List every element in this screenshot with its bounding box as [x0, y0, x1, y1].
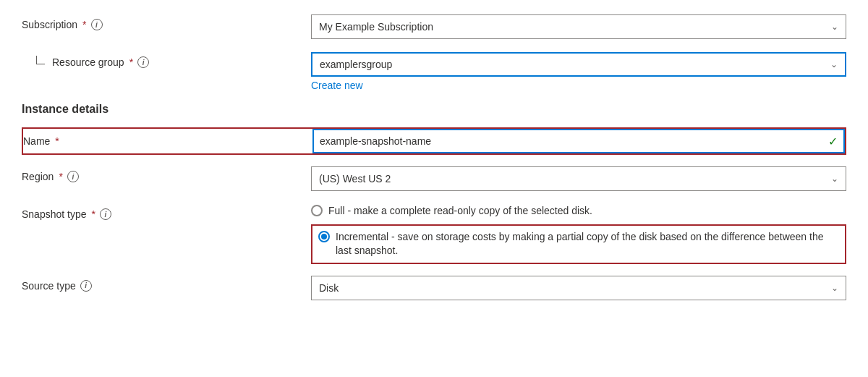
resource-group-row: Resource group * i examplersgroup ⌄ Crea… — [22, 52, 846, 91]
snapshot-type-info-icon[interactable]: i — [100, 208, 111, 220]
subscription-required: * — [82, 19, 86, 30]
resource-group-chevron-icon: ⌄ — [830, 59, 838, 69]
region-label: Region — [22, 171, 54, 182]
snapshot-type-label: Snapshot type — [22, 208, 87, 220]
subscription-label-col: Subscription * i — [22, 14, 311, 30]
source-type-chevron-icon: ⌄ — [831, 283, 838, 293]
subscription-dropdown[interactable]: My Example Subscription ⌄ — [311, 14, 846, 39]
instance-details-title: Instance details — [22, 103, 846, 116]
region-chevron-icon: ⌄ — [831, 174, 838, 184]
subscription-label: Subscription — [22, 19, 77, 30]
source-type-row: Source type i Disk ⌄ — [22, 276, 846, 302]
subscription-value: My Example Subscription — [319, 21, 433, 33]
resource-group-required: * — [129, 56, 133, 68]
instance-details-section: Instance details Name * ✓ Region * i (US… — [22, 103, 846, 302]
snapshot-incremental-radio[interactable] — [318, 231, 330, 242]
name-input[interactable] — [314, 130, 828, 152]
name-input-wrapper: ✓ — [312, 129, 845, 153]
source-type-info-icon[interactable]: i — [80, 280, 92, 292]
name-required: * — [55, 135, 59, 147]
region-required: * — [59, 171, 62, 182]
region-info-icon[interactable]: i — [67, 171, 79, 182]
subscription-info-icon[interactable]: i — [91, 19, 103, 30]
snapshot-full-label: Full - make a complete read-only copy of… — [328, 204, 592, 219]
subscription-chevron-icon: ⌄ — [831, 22, 838, 32]
indent-corner — [36, 56, 45, 64]
snapshot-incremental-label: Incremental - save on storage costs by m… — [336, 230, 839, 258]
region-dropdown[interactable]: (US) West US 2 ⌄ — [311, 166, 846, 191]
create-new-link[interactable]: Create new — [311, 80, 846, 91]
snapshot-full-option: Full - make a complete read-only copy of… — [311, 204, 846, 219]
source-type-value: Disk — [319, 282, 339, 294]
source-type-dropdown[interactable]: Disk ⌄ — [311, 276, 846, 300]
resource-group-value: examplersgroup — [320, 59, 392, 70]
subscription-row: Subscription * i My Example Subscription… — [22, 14, 846, 41]
resource-group-control: examplersgroup ⌄ Create new — [311, 52, 846, 91]
snapshot-type-required: * — [92, 208, 95, 220]
region-label-col: Region * i — [22, 166, 311, 182]
region-row: Region * i (US) West US 2 ⌄ — [22, 166, 846, 192]
snapshot-incremental-option: Incremental - save on storage costs by m… — [311, 224, 846, 264]
indent-line: Resource group * i — [36, 52, 311, 68]
resource-group-info-icon[interactable]: i — [137, 56, 149, 68]
name-row: Name * ✓ — [22, 127, 846, 155]
snapshot-type-row: Snapshot type * i Full - make a complete… — [22, 204, 846, 264]
source-type-label-col: Source type i — [22, 276, 311, 292]
resource-group-label-col: Resource group * i — [22, 52, 311, 68]
snapshot-type-radio-group: Full - make a complete read-only copy of… — [311, 204, 846, 264]
name-label-col: Name * — [23, 131, 312, 151]
source-type-control: Disk ⌄ — [311, 276, 846, 300]
name-label: Name — [23, 135, 50, 147]
snapshot-type-label-col: Snapshot type * i — [22, 204, 311, 220]
snapshot-type-control: Full - make a complete read-only copy of… — [311, 204, 846, 264]
subscription-control: My Example Subscription ⌄ — [311, 14, 846, 39]
source-type-label: Source type — [22, 280, 76, 292]
snapshot-full-radio[interactable] — [311, 205, 323, 216]
name-check-icon: ✓ — [828, 135, 843, 148]
resource-group-dropdown[interactable]: examplersgroup ⌄ — [311, 52, 846, 77]
region-control: (US) West US 2 ⌄ — [311, 166, 846, 191]
region-value: (US) West US 2 — [319, 173, 391, 185]
snapshot-incremental-dot — [321, 234, 327, 240]
resource-group-label: Resource group — [52, 56, 124, 68]
